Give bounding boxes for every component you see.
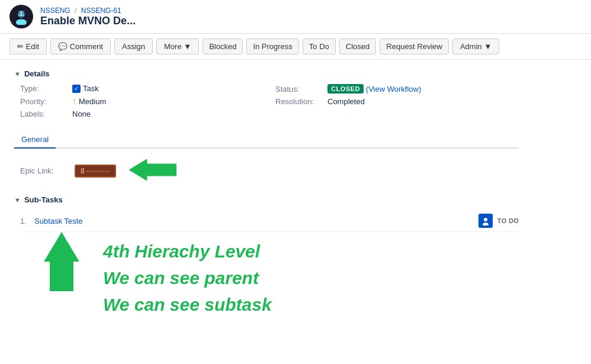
epic-link-value[interactable]: 8 ············ [75,165,116,178]
priority-row: Priority: ↑ Medium [20,96,264,106]
breadcrumb-issue[interactable]: NSSENG-61 [81,7,121,15]
annotation-line1: 4th Hierachy Level [103,238,272,265]
type-row: Type: ✓ Task [20,84,264,93]
assign-button[interactable]: Assign [114,38,153,54]
breadcrumb: NSSENG / NSSENG-61 [40,7,136,15]
view-workflow-link[interactable]: (View Workflow) [366,85,421,94]
comment-button[interactable]: 💬 Comment [50,38,111,54]
svg-marker-11 [44,232,79,291]
annotation-line2: We can see parent [103,265,272,291]
resolution-row: Resolution: Completed [275,97,519,106]
subtasks-chevron[interactable]: ▼ [14,197,21,204]
header-bar: NSSENG / NSSENG-61 Enable MVNO De... [0,0,591,34]
arrow-up-icon [44,232,79,291]
details-grid: Type: ✓ Task Priority: ↑ Medium Labels: … [20,84,519,118]
annotation-text: 4th Hierachy Level We can see parent We … [103,238,272,318]
tab-general[interactable]: General [14,130,56,149]
subtask-number: 1. [20,217,34,226]
epic-link-row: Epic Link: 8 ············ [20,158,519,183]
svg-rect-6 [18,11,20,13]
annotation-overlay: 4th Hierachy Level We can see parent We … [14,232,519,362]
details-chevron[interactable]: ▼ [14,70,21,78]
subtask-status: TO DO [497,217,519,224]
labels-row: Labels: None [20,109,264,118]
status-label: Status: [275,85,323,94]
type-label: Type: [20,84,68,93]
priority-value: ↑ Medium [72,96,106,106]
svg-point-1 [16,19,27,25]
tabs-row: General [14,130,519,149]
priority-label: Priority: [20,97,68,106]
subtask-row: 1. Subtask Teste TO DO [20,210,519,232]
subtask-name[interactable]: Subtask Teste [34,217,478,226]
labels-value: None [72,109,91,118]
arrow-right-annotation [129,158,176,183]
status-badge: CLOSED [327,84,364,94]
details-label: Details [24,69,50,78]
breadcrumb-title: NSSENG / NSSENG-61 Enable MVNO De... [40,7,136,27]
subtasks-header: ▼ Sub-Tasks [14,195,519,204]
svg-point-10 [483,223,489,226]
annotation-line3: We can see subtask [103,291,272,318]
resolution-value: Completed [327,97,365,106]
more-button[interactable]: More ▼ [156,38,199,54]
svg-marker-8 [129,159,176,181]
request-review-button[interactable]: Request Review [380,38,449,54]
toolbar: ✏ Edit 💬 Comment Assign More ▼ Blocked I… [0,34,591,60]
task-checkbox-icon: ✓ [72,85,81,93]
content-area: ▼ Details Type: ✓ Task Priority: ↑ Mediu… [0,60,533,364]
epic-link-label: Epic Link: [20,166,68,175]
avatar [9,5,33,28]
labels-label: Labels: [20,109,68,118]
subtasks-section: ▼ Sub-Tasks 1. Subtask Teste TO DO [14,195,519,232]
in-progress-button[interactable]: In Progress [246,38,298,54]
edit-button[interactable]: ✏ Edit [9,38,47,54]
breadcrumb-project[interactable]: NSSENG [40,7,70,15]
svg-rect-7 [23,11,25,13]
status-row: Status: CLOSED (View Workflow) [275,84,519,94]
status-value: CLOSED (View Workflow) [327,84,421,94]
to-do-button[interactable]: To Do [303,38,336,54]
issue-title: Enable MVNO De... [40,15,136,27]
type-value: ✓ Task [72,84,99,93]
details-section-header: ▼ Details [14,69,519,78]
priority-icon: ↑ [72,96,76,106]
resolution-label: Resolution: [275,97,323,106]
subtasks-label: Sub-Tasks [24,195,63,204]
closed-button[interactable]: Closed [339,38,376,54]
admin-button[interactable]: Admin ▼ [452,38,499,54]
subtask-avatar [478,214,493,228]
blocked-button[interactable]: Blocked [203,38,243,54]
svg-point-9 [484,218,487,221]
